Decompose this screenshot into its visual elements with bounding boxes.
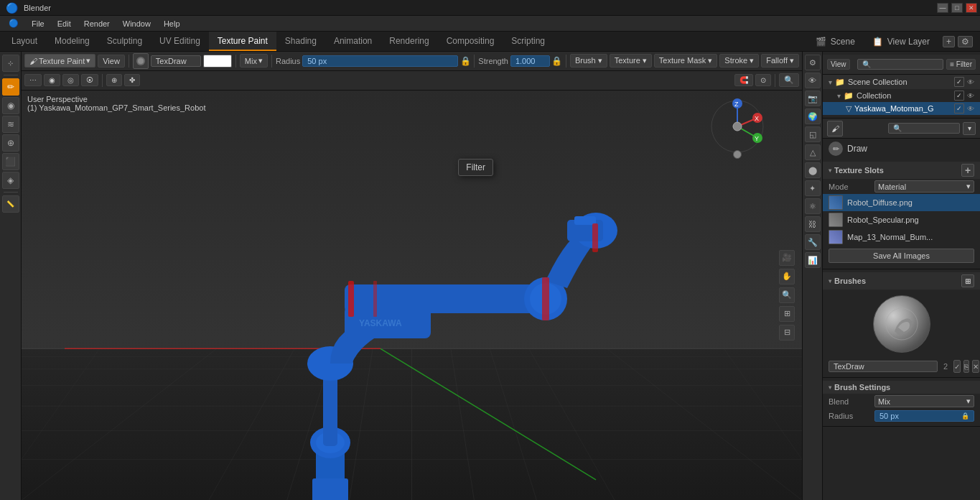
brush-radius-input[interactable]: 50 px 🔒 <box>874 410 974 422</box>
tab-animation[interactable]: Animation <box>325 32 381 51</box>
tab-layout[interactable]: Layout <box>3 32 46 51</box>
falloff-dropdown[interactable]: Falloff ▾ <box>761 54 799 68</box>
collection-eye[interactable]: 👁 <box>967 92 974 100</box>
vp-icon-grid[interactable]: ⊞ <box>779 306 795 322</box>
menu-blender[interactable]: 🔵 <box>3 17 24 29</box>
vp-icon-camera[interactable]: 🎥 <box>779 250 795 266</box>
color-swatch[interactable] <box>203 55 232 68</box>
radius-lock-icon[interactable]: 🔒 <box>460 56 470 66</box>
tool-fill[interactable]: ⬛ <box>2 153 19 170</box>
tab-sculpting[interactable]: Sculpting <box>98 32 151 51</box>
robot-outliner-item[interactable]: ▽ Yaskawa_Motoman_G ✓ 👁 <box>823 102 980 115</box>
viewport-shading-wire[interactable]: ⋯ <box>24 74 42 86</box>
brush-name-display[interactable]: TexDraw <box>151 55 201 67</box>
prop-icon-object[interactable]: ◱ <box>805 126 821 142</box>
viewport-shading-material[interactable]: ◎ <box>62 74 79 86</box>
tool-measure[interactable]: 📏 <box>2 195 19 213</box>
prop-icon-scene[interactable]: 📷 <box>805 91 821 106</box>
menu-edit[interactable]: Edit <box>52 18 77 29</box>
tab-rendering[interactable]: Rendering <box>381 32 437 51</box>
collection-item[interactable]: ▾ 📁 Collection ✓ 👁 <box>823 89 980 102</box>
view-btn[interactable]: View <box>98 55 125 68</box>
filter-popup[interactable]: Filter <box>458 159 493 176</box>
viewport-shading-render[interactable]: ⦿ <box>81 74 98 86</box>
prop-icon-mesh[interactable]: △ <box>805 144 821 160</box>
brush-settings-header[interactable]: ▾ Brush Settings <box>823 381 980 394</box>
menu-window[interactable]: Window <box>117 18 157 29</box>
brush-delete-btn[interactable]: ✕ <box>972 360 979 373</box>
prop-icon-tool[interactable]: ⚙ <box>805 55 821 70</box>
vp-icon-zoom[interactable]: 🔍 <box>779 287 795 303</box>
prop-icon-constraint[interactable]: ⛓ <box>805 216 821 232</box>
workspace-settings-btn[interactable]: ⚙ <box>958 36 973 47</box>
menu-help[interactable]: Help <box>158 18 186 29</box>
workspace-add-btn[interactable]: + <box>943 36 955 47</box>
viewport-shading-solid[interactable]: ◉ <box>44 74 60 86</box>
prop-icon-data[interactable]: 📊 <box>805 252 821 268</box>
blend-dropdown[interactable]: Mix ▾ <box>874 395 974 407</box>
tool-mask[interactable]: ◈ <box>2 172 19 189</box>
scene-collection-header[interactable]: ▾ 📁 Scene Collection ✓ 👁 <box>823 75 980 89</box>
strength-lock-icon[interactable]: 🔒 <box>552 56 562 66</box>
gizmo-btn[interactable]: ✤ <box>124 74 140 86</box>
strength-input[interactable] <box>510 55 550 67</box>
props-search[interactable]: 🔍 <box>888 123 960 134</box>
maximize-button[interactable]: □ <box>951 3 963 13</box>
texture-paint-mode-btn[interactable]: 🖌 Texture Paint ▾ <box>24 54 95 68</box>
prop-icon-physics[interactable]: ⚛ <box>805 198 821 214</box>
tool-draw[interactable]: ✏ <box>2 78 19 96</box>
brush-verify-btn[interactable]: ✓ <box>953 360 961 373</box>
search-btn[interactable]: 🔍 <box>779 73 799 87</box>
close-button[interactable]: ✕ <box>966 3 977 13</box>
collection-check[interactable]: ✓ <box>954 91 964 101</box>
prop-icon-particle[interactable]: ✦ <box>805 180 821 196</box>
props-mode-btn[interactable]: 🖌 <box>827 121 843 136</box>
tab-compositing[interactable]: Compositing <box>438 32 503 51</box>
texture-item-diffuse[interactable]: Robot_Diffuse.png <box>823 194 980 211</box>
prop-icon-modifier[interactable]: 🔧 <box>805 234 821 250</box>
snap-btn[interactable]: 🧲 <box>734 74 753 86</box>
robot-check[interactable]: ✓ <box>954 103 964 114</box>
prop-icon-view[interactable]: 👁 <box>805 73 821 88</box>
stroke-dropdown[interactable]: Stroke ▾ <box>719 54 759 68</box>
tool-mode-btn[interactable]: ⊹ <box>2 55 19 72</box>
outliner-filter-btn[interactable]: ≡ Filter <box>946 59 976 70</box>
view-layer-selector[interactable]: 📋 View Layer <box>864 32 938 51</box>
texture-item-specular[interactable]: Robot_Specular.png <box>823 211 980 228</box>
texture-slots-add[interactable]: + <box>961 164 974 177</box>
prop-icon-material[interactable]: ⬤ <box>805 162 821 178</box>
mix-dropdown[interactable]: Mix ▾ <box>240 54 268 68</box>
texture-item-normal[interactable]: Map_13_Normal_Bum... <box>823 228 980 246</box>
tab-scripting[interactable]: Scripting <box>503 32 554 51</box>
tool-clone[interactable]: ⊕ <box>2 134 19 152</box>
brush-name-input[interactable] <box>829 361 938 372</box>
brush-dropdown[interactable]: Brush ▾ <box>570 54 607 68</box>
scene-collection-check[interactable]: ✓ <box>954 77 964 87</box>
menu-file[interactable]: File <box>26 18 50 29</box>
mode-dropdown[interactable]: Material ▾ <box>874 180 974 193</box>
minimize-button[interactable]: — <box>937 3 948 13</box>
tab-uv-editing[interactable]: UV Editing <box>151 32 209 51</box>
menu-render[interactable]: Render <box>78 18 116 29</box>
radius-input[interactable] <box>302 55 458 67</box>
prop-edit-btn[interactable]: ⊙ <box>755 74 771 86</box>
texture-dropdown[interactable]: Texture ▾ <box>610 54 652 68</box>
save-all-images-btn[interactable]: Save All Images <box>829 249 974 263</box>
texture-slots-header[interactable]: ▾ Texture Slots + <box>823 162 980 179</box>
overlay-btn[interactable]: ⊕ <box>106 74 122 86</box>
outliner-view-btn[interactable]: View <box>827 59 850 70</box>
robot-eye[interactable]: 👁 <box>967 105 974 113</box>
outliner-search[interactable]: 🔍 <box>857 59 943 70</box>
texture-mask-dropdown[interactable]: Texture Mask ▾ <box>654 54 717 68</box>
brushes-header[interactable]: ▾ Brushes ⊞ <box>823 272 980 290</box>
tool-smear[interactable]: ≋ <box>2 116 19 133</box>
vp-icon-hand[interactable]: ✋ <box>779 269 795 284</box>
tool-soften[interactable]: ◉ <box>2 97 19 114</box>
vp-icon-layers[interactable]: ⊟ <box>779 325 795 341</box>
prop-icon-world[interactable]: 🌍 <box>805 108 821 124</box>
props-expand-btn[interactable]: ▾ <box>963 122 976 135</box>
tab-modeling[interactable]: Modeling <box>46 32 98 51</box>
brush-copy-btn[interactable]: ⎘ <box>963 360 969 373</box>
tab-shading[interactable]: Shading <box>276 32 325 51</box>
scene-collection-eye[interactable]: 👁 <box>967 78 974 86</box>
